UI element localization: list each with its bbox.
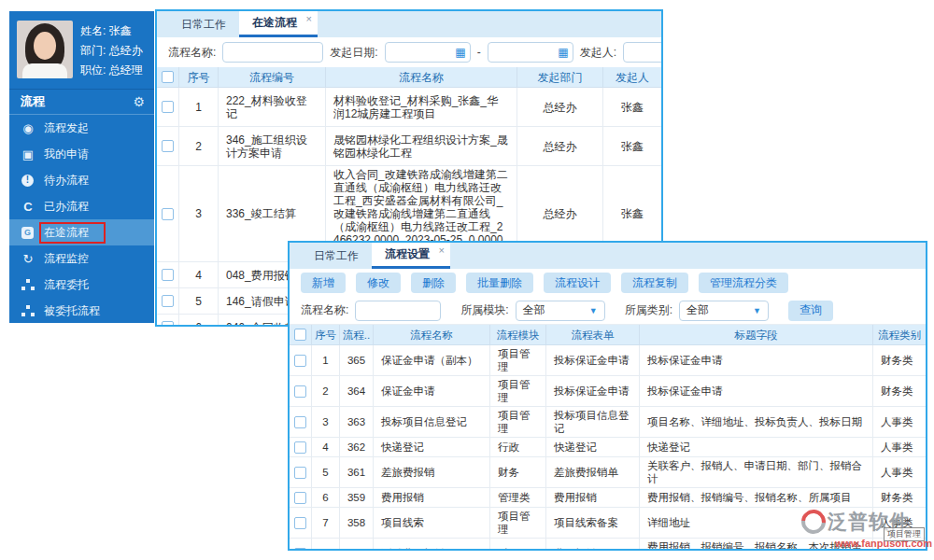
row-checkbox[interactable] <box>162 101 174 113</box>
sidebar-item[interactable]: ↻流程监控 <box>9 245 154 272</box>
row-checkbox[interactable] <box>294 492 306 504</box>
sidebar-item[interactable]: !待办流程 <box>9 167 154 193</box>
process-name-input[interactable] <box>222 42 323 63</box>
table-cell: 快递登记 <box>640 438 873 456</box>
row-checkbox[interactable] <box>162 208 174 220</box>
table-cell: 张鑫 <box>603 88 661 126</box>
table-cell: 人事类 <box>873 438 926 456</box>
calendar-icon[interactable]: ▦ <box>558 46 568 59</box>
column-header: 发起部门 <box>517 67 603 87</box>
front-tab-bar: 日常工作流程设置× <box>290 243 926 269</box>
search-button[interactable]: 查询 <box>788 301 833 321</box>
table-row[interactable]: 6359费用报销管理类费用报销费用报销、报销编号、报销名称、所属项目财务类 <box>290 488 926 508</box>
tab[interactable]: 流程设置× <box>372 243 450 269</box>
table-cell: 费用报销 <box>546 539 640 551</box>
fanpu-logo: 泛普软件 项目管理 www.fanpusoft.com <box>801 509 932 552</box>
row-checkbox[interactable] <box>162 269 174 281</box>
tab[interactable]: 日常工作 <box>301 243 372 269</box>
module-select[interactable]: 全部 ▼ <box>516 301 605 321</box>
table-row[interactable]: 4362快递登记行政快递登记快递登记人事类 <box>290 438 926 457</box>
table-row[interactable]: 5361差旅费报销财务差旅费报销单关联客户、报销人、申请日期、部门、报销合计人事… <box>290 457 926 488</box>
column-header: 流程编号 <box>219 67 326 87</box>
id-card-icon: ▣ <box>21 147 35 161</box>
tab-label: 日常工作 <box>181 17 226 33</box>
start-date-from-input[interactable]: ▦ <box>385 42 471 63</box>
category-select[interactable]: 全部 ▼ <box>679 301 769 321</box>
table-cell: 358 <box>340 508 374 538</box>
table-cell: 1 <box>179 88 219 126</box>
sidebar-item[interactable]: C已办流程 <box>9 193 154 219</box>
toolbar-button[interactable]: 批量删除 <box>466 273 533 293</box>
row-checkbox[interactable] <box>294 416 306 428</box>
table-cell: 投标保证金申请 <box>640 345 873 375</box>
sidebar-item[interactable]: 流程委托 <box>9 272 154 298</box>
table-cell: 5 <box>179 288 219 314</box>
back-tab-bar: 日常工作在途流程× <box>157 11 661 37</box>
table-cell: 4 <box>312 438 340 456</box>
row-checkbox[interactable] <box>162 295 174 307</box>
toolbar-button[interactable]: 管理流程分类 <box>699 273 788 293</box>
table-cell: 3 <box>179 166 219 261</box>
table-row[interactable]: 2364保证金申请项目管理投标保证金申请投标保证金申请财务类 <box>290 376 926 407</box>
toolbar-button[interactable]: 新增 <box>301 273 346 293</box>
column-header: 流程名称 <box>326 67 517 87</box>
tab[interactable]: 日常工作 <box>168 11 239 37</box>
table-cell: 6 <box>312 488 340 507</box>
row-checkbox[interactable] <box>294 467 306 479</box>
row-checkbox[interactable] <box>162 321 174 327</box>
table-cell: 357 <box>340 539 374 551</box>
sidebar-item[interactable]: 被委托流程 <box>9 298 154 324</box>
tab[interactable]: 在途流程× <box>239 11 318 37</box>
initiator-input[interactable] <box>623 42 663 63</box>
user-profile: 姓名: 张鑫 部门: 总经办 职位: 总经理 <box>9 11 154 90</box>
toolbar-button[interactable]: 流程复制 <box>621 273 688 293</box>
row-checkbox[interactable] <box>294 355 306 367</box>
delegate-org-icon <box>21 277 35 292</box>
sidebar-item[interactable]: ▣我的申请 <box>9 141 154 167</box>
select-all-checkbox[interactable] <box>162 71 174 83</box>
row-checkbox[interactable] <box>294 385 306 398</box>
close-icon[interactable]: × <box>306 13 312 24</box>
table-cell: 365 <box>340 345 374 375</box>
process-name-input[interactable] <box>355 301 441 321</box>
toolbar-button[interactable]: 流程设计 <box>544 273 611 293</box>
profile-department: 部门: 总经办 <box>80 43 143 59</box>
table-row[interactable]: 1222_材料验收登记材料验收登记_材料采购_张鑫_华润12城房建工程项目总经办… <box>157 88 661 127</box>
sidebar-item[interactable]: G在途流程 <box>9 219 154 245</box>
row-checkbox-cell <box>290 508 312 538</box>
table-cell: 总经办 <box>517 88 603 126</box>
date-separator: - <box>477 46 481 59</box>
table-cell: 投标项目信息登记 <box>546 407 640 437</box>
start-date-to-input[interactable]: ▦ <box>488 42 573 63</box>
toolbar-button[interactable]: 删除 <box>411 273 456 293</box>
table-cell: 项目线索 <box>374 508 490 538</box>
table-cell: 363 <box>340 407 374 437</box>
column-header: 标题字段 <box>640 325 873 344</box>
category-label: 所属类别: <box>625 302 672 318</box>
toolbar-button[interactable]: 修改 <box>356 273 401 293</box>
select-all-checkbox[interactable] <box>294 329 306 341</box>
table-cell: 346_施工组织设计方案申请 <box>219 127 326 165</box>
row-checkbox[interactable] <box>294 517 306 529</box>
row-checkbox[interactable] <box>294 548 306 552</box>
tab-label: 在途流程 <box>252 15 297 31</box>
broadcast-icon: ◉ <box>21 120 35 135</box>
start-date-label: 发起日期: <box>330 45 377 61</box>
table-cell: 快递登记 <box>546 438 640 456</box>
chevron-down-icon: ▼ <box>753 306 761 315</box>
row-checkbox[interactable] <box>294 441 306 454</box>
table-row[interactable]: 3363投标项目信息登记项目管理投标项目信息登记项目名称、详细地址、投标负责人、… <box>290 407 926 438</box>
table-cell: 行政 <box>490 438 546 456</box>
calendar-icon[interactable]: ▦ <box>455 46 465 59</box>
close-icon[interactable]: × <box>439 245 445 256</box>
table-row[interactable]: 2346_施工组织设计方案申请晟铭园林绿化工程组织设计方案_晟铭园林绿化工程总经… <box>157 127 661 166</box>
initiator-label: 发起人: <box>580 45 616 61</box>
table-cell: 人事类 <box>873 457 926 487</box>
table-cell: 财务 <box>490 457 546 487</box>
gear-icon[interactable]: ⚙ <box>133 94 145 109</box>
sidebar-item[interactable]: ◉流程发起 <box>9 115 154 141</box>
table-row[interactable]: 1365保证金申请（副本）项目管理投标保证金申请投标保证金申请财务类 <box>290 345 926 376</box>
column-header: 流程表单 <box>546 325 640 344</box>
table-cell: 项目管理 <box>490 345 546 375</box>
row-checkbox[interactable] <box>162 140 174 152</box>
